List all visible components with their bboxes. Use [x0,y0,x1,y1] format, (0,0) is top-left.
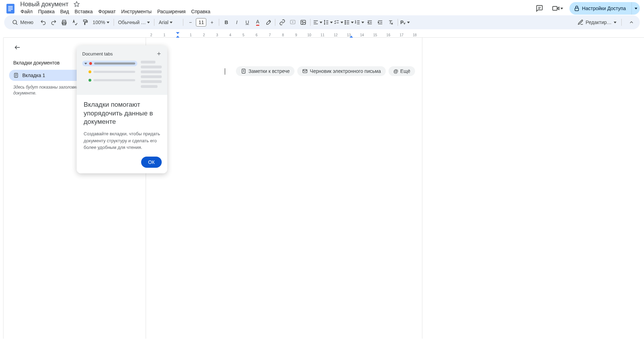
svg-rect-1 [8,6,13,7]
ruler-label: 11 [321,33,324,37]
menu-tools[interactable]: Инструменты [119,8,154,15]
style-dropdown[interactable]: Обычный … [116,17,152,27]
underline-icon[interactable]: U [242,17,252,27]
ruler-label: 5 [243,33,245,37]
svg-marker-49 [176,32,179,34]
svg-rect-8 [553,7,557,10]
menu-format[interactable]: Формат [96,8,118,15]
line-spacing-icon[interactable] [323,17,333,27]
pen-tool-icon[interactable]: Pᵥ [400,17,410,27]
comment-icon[interactable] [288,17,298,27]
bullet-list-icon[interactable] [344,17,354,27]
svg-text:2: 2 [355,22,356,24]
svg-point-11 [13,20,17,24]
ruler-label: 16 [386,33,390,37]
callout-ok-button[interactable]: ОК [141,157,162,168]
svg-point-30 [345,23,346,24]
checklist-icon[interactable] [334,17,343,27]
callout-title: Вкладки помогают упорядочить данные в до… [84,100,160,126]
highlight-icon[interactable] [263,17,273,27]
indent-increase-icon[interactable] [375,17,385,27]
ruler-label: 12 [334,33,338,37]
editing-mode-label: Редактир… [586,20,612,25]
callout-add-icon[interactable] [156,51,162,56]
tab-doc-icon [13,73,19,78]
font-dropdown[interactable]: Arial [156,17,181,27]
menu-view[interactable]: Вид [58,8,71,15]
ruler-label: 17 [400,33,404,37]
svg-rect-2 [8,8,13,8]
menu-insert[interactable]: Вставка [72,8,95,15]
editing-mode-dropdown[interactable]: Редактир… [575,17,619,27]
clear-format-icon[interactable] [386,17,396,27]
indent-decrease-icon[interactable] [365,17,375,27]
svg-rect-3 [8,9,13,10]
collapse-toolbar-icon[interactable] [627,17,636,27]
font-size-increase[interactable]: + [207,17,217,27]
svg-rect-0 [7,4,15,14]
svg-point-28 [345,20,346,21]
font-size-decrease[interactable]: − [185,17,195,27]
callout-illustration [82,61,162,88]
comments-icon[interactable] [533,2,546,15]
menu-help[interactable]: Справка [189,8,213,15]
document-page[interactable]: Заметки к встрече Черновик электронного … [146,38,422,339]
font-size-input[interactable] [196,18,206,27]
tab-label: Вкладка 1 [22,73,75,78]
ruler-label: 2 [150,33,152,37]
svg-marker-5 [74,2,79,7]
zoom-dropdown[interactable]: 100% [91,17,112,27]
svg-point-29 [345,22,346,23]
menu-edit[interactable]: Правка [36,8,57,15]
menu-file[interactable]: Файл [18,8,35,15]
share-button[interactable]: Настройки Доступа [569,2,631,15]
chip-email-draft[interactable]: Черновик электронного письма [297,66,386,76]
vertical-ruler[interactable] [0,38,3,339]
link-icon[interactable] [277,17,287,27]
ruler-label: 7 [269,33,271,37]
svg-rect-10 [575,8,579,11]
docs-logo[interactable] [4,2,17,15]
star-icon[interactable] [74,1,80,7]
ruler-label: 13 [347,33,351,37]
svg-line-12 [16,23,17,24]
spellcheck-icon[interactable] [70,17,79,27]
redo-icon[interactable] [49,17,59,27]
chip-more[interactable]: @ Ещё [389,66,415,76]
ruler-label: 1 [190,33,192,37]
share-dropdown[interactable] [631,2,640,15]
doc-title[interactable]: Новый документ [18,0,71,9]
ruler-label: 3 [216,33,218,37]
svg-marker-46 [378,22,379,23]
align-icon[interactable] [313,17,322,27]
text-cursor [225,68,225,75]
chip-meeting-notes[interactable]: Заметки к встрече [236,66,294,76]
ruler-label: 10 [307,33,311,37]
ruler-label: 8 [282,33,284,37]
ruler-label: 6 [256,33,258,37]
italic-icon[interactable]: I [232,17,242,27]
ruler-label: 15 [373,33,377,37]
paint-format-icon[interactable] [80,17,90,27]
text-color-icon[interactable]: A [253,17,262,27]
callout-head-title: Document tabs [82,51,113,56]
undo-icon[interactable] [38,17,48,27]
callout-description: Создавайте вкладки, чтобы придать докуме… [84,130,160,151]
print-icon[interactable] [59,17,69,27]
toolbar-search[interactable]: Меню [8,17,38,28]
menu-extensions[interactable]: Расширения [155,8,188,15]
ruler-label: 18 [413,33,416,37]
ruler-label: 4 [229,33,231,37]
toolbar-search-label: Меню [20,20,33,25]
ruler-label: 2 [203,33,205,37]
video-call-button[interactable] [550,2,565,15]
sidebar-title: Вкладки документов [13,60,60,66]
document-canvas[interactable]: Заметки к встрече Черновик электронного … [94,38,644,339]
numbered-list-icon[interactable]: 12 [354,17,364,27]
ruler-label: 1 [163,33,166,37]
image-icon[interactable] [298,17,308,27]
sidebar-back-icon[interactable] [12,42,23,53]
bold-icon[interactable]: B [221,17,231,27]
svg-marker-42 [368,22,369,23]
horizontal-ruler[interactable]: 21123456789101112131415161718 [3,32,644,38]
